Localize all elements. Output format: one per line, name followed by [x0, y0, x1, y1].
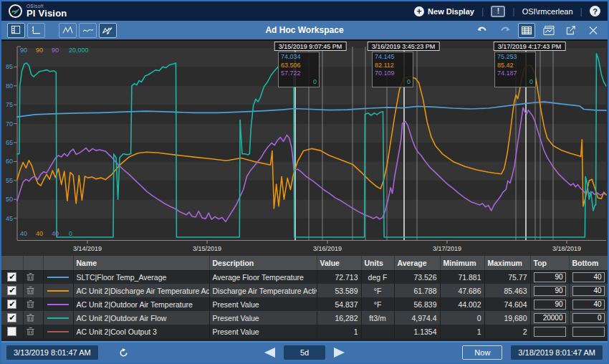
trend-attribute-table: NameDescriptionValueUnitsAverageMinimumM… [1, 256, 608, 343]
cursor-value: 74.187 [497, 70, 533, 78]
top-scale-input[interactable] [534, 272, 566, 282]
cell-maximum: 85.463 [484, 284, 530, 297]
cursor-value: 82.112 [375, 62, 411, 70]
header-divider: | [512, 6, 514, 16]
cursor-flag[interactable]: 3/15/2019 9:07:45 PM [274, 42, 347, 51]
username[interactable]: OSI\rmcerlean [522, 7, 573, 16]
column-header-units[interactable]: Units [361, 256, 394, 270]
visibility-checkbox[interactable] [7, 327, 16, 336]
bottom-scale-input[interactable] [572, 327, 605, 337]
column-header-maximum[interactable]: Maximum [484, 256, 530, 270]
trend-style-wave-button[interactable] [79, 23, 97, 38]
cursor-value: 85.42 [497, 62, 533, 70]
top-scale-input[interactable] [534, 327, 566, 337]
brand: OSIsoft PI Vision [27, 4, 67, 19]
summary-table-button[interactable] [518, 23, 535, 38]
bottom-scale-input[interactable] [572, 313, 605, 323]
cell-average: 61.788 [394, 284, 440, 297]
trash-icon[interactable] [27, 313, 34, 322]
cell-maximum: 2 [484, 325, 530, 338]
close-workspace-button[interactable] [585, 23, 602, 38]
end-time-field[interactable]: 3/18/2019 8:01:47 AM [511, 345, 603, 360]
time-bar: 3/13/2019 8:01:47 AM 5d Now 3/18/2019 8:… [1, 343, 608, 363]
table-row[interactable]: AC Unit 2|Cool Output 3Present Value11.1… [1, 325, 608, 338]
trash-icon[interactable] [27, 327, 34, 335]
cursor-values-box: 74.14582.11270.1090 [372, 52, 413, 87]
cursor-flag[interactable]: 3/16/2019 3:45:23 PM [368, 42, 440, 51]
cell-value: 16,282 [317, 311, 361, 325]
trash-icon[interactable] [27, 272, 34, 281]
table-row[interactable]: ✔SLTC|Floor Temp_AverageAverage Floor Te… [1, 270, 608, 284]
chart-band [17, 105, 606, 123]
top-scale-input[interactable] [534, 300, 566, 310]
column-header-bottom[interactable]: Bottom [569, 256, 608, 270]
brand-pi-vision: PI Vision [27, 9, 67, 18]
cell-average: 73.526 [394, 270, 440, 284]
series-color-swatch [47, 290, 69, 292]
trend-chart[interactable]: 85807570656055504590909020,00040404003/1… [1, 41, 608, 256]
series-color-swatch [47, 331, 69, 332]
undo-button[interactable] [474, 23, 491, 38]
x-axis-tick-label: 3/18/2019 [552, 245, 581, 252]
step-back-button[interactable] [262, 347, 277, 358]
scale-bottom-label: 40 [20, 230, 27, 237]
series-color-swatch [47, 317, 69, 319]
scale-top-label: 90 [20, 47, 27, 54]
column-header-value[interactable]: Value [317, 256, 361, 270]
cell-units: °F [361, 284, 394, 297]
redo-button[interactable] [496, 23, 513, 38]
trash-icon[interactable] [27, 300, 34, 308]
visibility-checkbox[interactable]: ✔ [7, 272, 16, 282]
column-header-description[interactable]: Description [209, 256, 317, 270]
visibility-checkbox[interactable]: ✔ [7, 286, 16, 295]
column-header-average[interactable]: Average [394, 256, 440, 270]
cursor-value: 57.722 [281, 70, 317, 78]
column-header-top[interactable]: Top [530, 256, 569, 270]
cursor-flag[interactable]: 3/17/2019 4:17:43 PM [494, 42, 566, 51]
new-display-button[interactable]: + New Display [414, 6, 474, 16]
cell-name: AC Unit 2|Outdoor Air Temperature [73, 297, 209, 311]
cell-maximum: 74.604 [484, 297, 530, 311]
table-row[interactable]: ✔AC Unit 2|Outdoor Air TemperaturePresen… [1, 297, 608, 311]
y-axis-tick-label: 75 [6, 101, 13, 108]
refresh-button[interactable] [118, 348, 129, 358]
single-scale-button[interactable] [27, 23, 45, 38]
export-button[interactable] [562, 23, 580, 38]
cursor-value: 0 [281, 78, 317, 87]
trash-icon[interactable] [27, 286, 34, 294]
header-divider: | [580, 6, 582, 16]
cell-value: 72.713 [317, 270, 361, 284]
top-scale-input[interactable] [534, 313, 566, 323]
visibility-checkbox[interactable]: ✔ [7, 313, 16, 322]
table-row[interactable]: ✔AC Unit 2|Outdoor Air FlowPresent Value… [1, 311, 608, 325]
step-forward-button[interactable] [332, 347, 347, 358]
table-row[interactable]: ✔AC Unit 2|Discharge Air Temperature Act… [1, 284, 608, 297]
column-header-name[interactable]: Name [73, 256, 209, 270]
trend-edit-button[interactable] [99, 23, 117, 38]
help-button[interactable]: ? [590, 6, 600, 16]
y-axis-tick-label: 65 [6, 139, 13, 146]
bottom-scale-input[interactable] [572, 286, 605, 296]
scale-top-label: 20,000 [69, 47, 89, 54]
column-header-minimum[interactable]: Minimum [440, 256, 484, 270]
start-time-field[interactable]: 3/13/2019 8:01:47 AM [6, 345, 98, 360]
bottom-scale-input[interactable] [572, 300, 605, 310]
bottom-scale-input[interactable] [572, 272, 605, 282]
visibility-checkbox[interactable]: ✔ [7, 300, 16, 309]
displays-gallery-button[interactable] [540, 23, 557, 38]
now-button[interactable]: Now [462, 345, 502, 360]
cell-value: 1 [317, 325, 361, 338]
top-scale-input[interactable] [534, 286, 566, 296]
cell-name: AC Unit 2|Discharge Air Temperature Acti… [73, 284, 209, 297]
x-axis-tick-label: 3/14/2019 [73, 245, 102, 252]
chart-band [17, 219, 606, 237]
cell-name: AC Unit 2|Outdoor Air Flow [73, 311, 209, 325]
adhoc-display-indicator-icon[interactable]: ! [491, 6, 505, 17]
chart-band [17, 86, 606, 105]
cell-average: 1.1354 [394, 325, 440, 338]
duration-field[interactable]: 5d [284, 345, 325, 360]
show-table-button[interactable] [7, 23, 25, 38]
chart-band [17, 181, 606, 199]
cell-value: 54.837 [317, 297, 361, 311]
trend-style-peaks-button[interactable] [59, 23, 77, 38]
